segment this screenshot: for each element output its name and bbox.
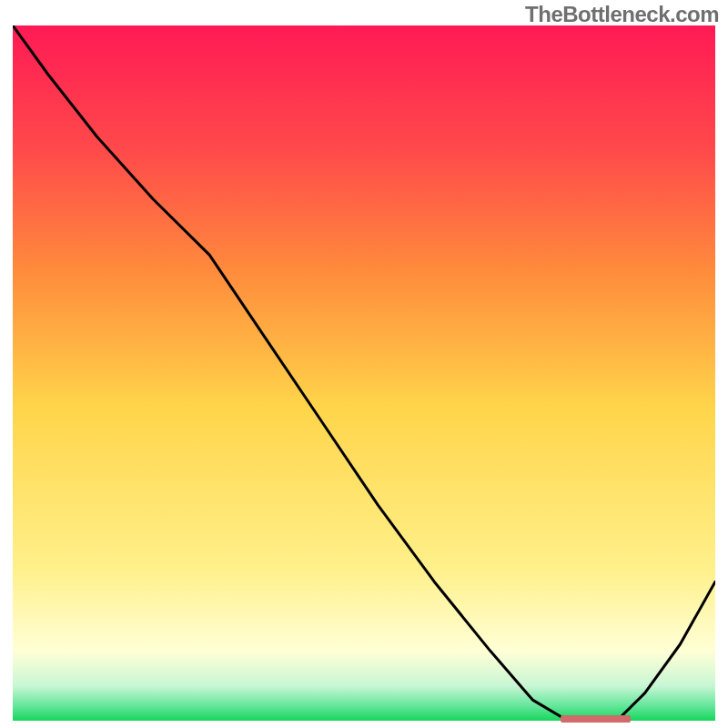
watermark-text: TheBottleneck.com [525,2,719,27]
curve-path [13,25,715,721]
plot-area [13,25,715,721]
curve-line [13,25,715,721]
chart-container: TheBottleneck.com [0,0,728,728]
valley-marker [561,715,631,723]
